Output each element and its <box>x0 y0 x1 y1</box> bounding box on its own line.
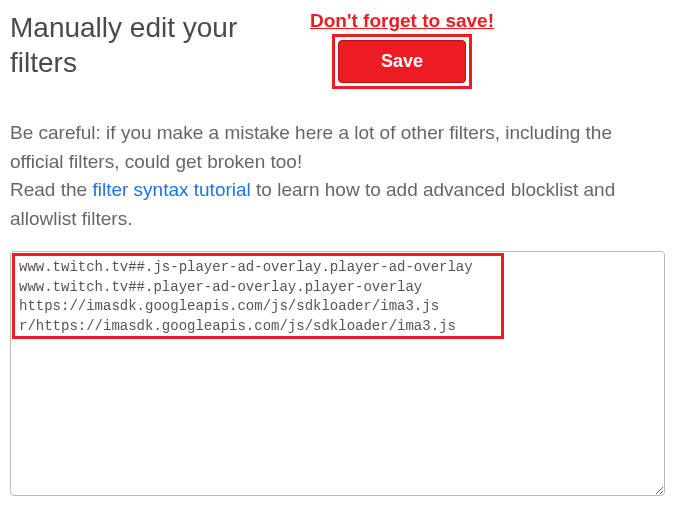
read-prefix: Read the <box>10 179 92 200</box>
save-block: Don't forget to save! Save <box>310 10 494 89</box>
save-button[interactable]: Save <box>338 40 466 83</box>
description-text: Be careful: if you make a mistake here a… <box>10 119 663 233</box>
save-button-highlight: Save <box>332 34 472 89</box>
page-title: Manually edit your filters <box>10 10 310 80</box>
filter-syntax-tutorial-link[interactable]: filter syntax tutorial <box>92 179 250 200</box>
filters-textarea-wrap <box>10 251 665 500</box>
save-reminder-text: Don't forget to save! <box>310 10 494 32</box>
filters-textarea[interactable] <box>10 251 665 496</box>
warning-text: Be careful: if you make a mistake here a… <box>10 122 612 172</box>
